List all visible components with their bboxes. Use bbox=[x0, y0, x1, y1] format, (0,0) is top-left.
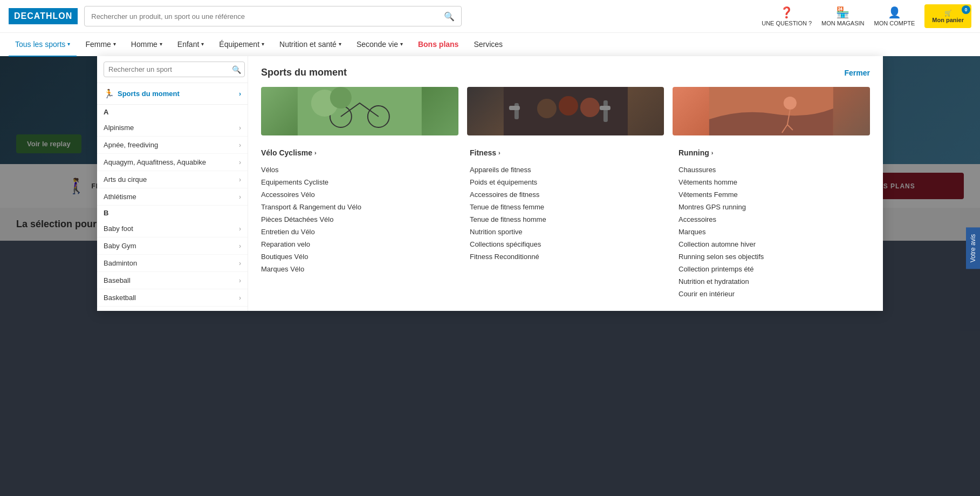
magasin-action[interactable]: 🏪 MON MAGASIN bbox=[821, 6, 864, 26]
question-label: UNE QUESTION ? bbox=[762, 20, 812, 26]
nav-item-equipement[interactable]: Équipement ▾ bbox=[213, 33, 271, 57]
category-link-vetements-homme[interactable]: Vêtements homme bbox=[679, 176, 870, 188]
nav-item-enfant[interactable]: Enfant ▾ bbox=[171, 33, 210, 57]
category-link-appareils-fitness[interactable]: Appareils de fitness bbox=[470, 164, 661, 176]
category-link-collection-printemps[interactable]: Collection printemps été bbox=[679, 263, 870, 275]
list-item-apnee[interactable]: Apnée, freediving › bbox=[97, 137, 248, 154]
cart-badge: 0 bbox=[962, 5, 970, 14]
category-link-montres-gps[interactable]: Montres GPS running bbox=[679, 201, 870, 213]
category-col-velo: Vélo Cyclisme › Vélos Equipements Cyclis… bbox=[261, 148, 453, 300]
category-link-running-objectifs[interactable]: Running selon ses objectifs bbox=[679, 250, 870, 263]
nav-label-tous-sports: Tous les sports bbox=[15, 40, 65, 49]
question-action[interactable]: ❓ UNE QUESTION ? bbox=[762, 6, 812, 26]
category-link-pieces-detachees[interactable]: Pièces Détachées Vélo bbox=[261, 213, 453, 226]
category-link-collection-automne[interactable]: Collection automne hiver bbox=[679, 238, 870, 250]
category-link-transport-rangement[interactable]: Transport & Rangement du Vélo bbox=[261, 201, 453, 213]
fermer-button[interactable]: Fermer bbox=[845, 69, 870, 77]
chevron-right-icon: › bbox=[239, 141, 241, 149]
category-link-fitness-reconditionne[interactable]: Fitness Reconditionné bbox=[470, 250, 661, 263]
list-item-athletisme[interactable]: Athlétisme › bbox=[97, 188, 248, 206]
chevron-right-icon: › bbox=[239, 193, 241, 201]
panel-header: Sports du moment Fermer bbox=[261, 67, 870, 78]
nav-item-homme[interactable]: Homme ▾ bbox=[125, 33, 169, 57]
sport-search-input[interactable] bbox=[104, 62, 245, 77]
list-item-alpinisme[interactable]: Alpinisme › bbox=[97, 119, 248, 137]
category-link-nutrition-sportive[interactable]: Nutrition sportive bbox=[470, 226, 661, 238]
list-item-arts-cirque[interactable]: Arts du cirque › bbox=[97, 171, 248, 188]
image-card-running[interactable] bbox=[673, 87, 870, 135]
cart-button[interactable]: 0 🛒 Mon panier bbox=[924, 4, 971, 28]
list-item-basketball[interactable]: Basketball › bbox=[97, 289, 248, 307]
category-link-velos[interactable]: Vélos bbox=[261, 164, 453, 176]
category-title-velo[interactable]: Vélo Cyclisme › bbox=[261, 148, 453, 157]
votre-avis-tab[interactable]: Votre avis bbox=[966, 227, 980, 269]
chevron-down-icon: ▾ bbox=[339, 41, 341, 47]
category-link-accessoires-velo[interactable]: Accessoires Vélo bbox=[261, 188, 453, 201]
list-item-baby-gym[interactable]: Baby Gym › bbox=[97, 237, 248, 255]
chevron-right-icon: › bbox=[239, 260, 241, 267]
category-link-marques-running[interactable]: Marques bbox=[679, 226, 870, 238]
category-link-reparation-velo[interactable]: Reparation velo bbox=[261, 238, 453, 250]
sports-du-moment-row[interactable]: 🏃 Sports du moment › bbox=[97, 83, 248, 105]
category-col-running: Running › Chaussures Vêtements homme Vêt… bbox=[679, 148, 870, 300]
category-link-equipements-cycliste[interactable]: Equipements Cycliste bbox=[261, 176, 453, 188]
category-link-vetements-femme[interactable]: Vêtements Femme bbox=[679, 188, 870, 201]
sport-search-icon: 🔍 bbox=[232, 65, 241, 74]
categories-grid: Vélo Cyclisme › Vélos Equipements Cyclis… bbox=[261, 148, 870, 300]
nav-item-femme[interactable]: Femme ▾ bbox=[79, 33, 122, 57]
nav-item-tous-sports[interactable]: Tous les sports ▾ bbox=[9, 33, 77, 57]
panel-title: Sports du moment bbox=[261, 67, 347, 78]
nav-label-seconde-vie: Seconde vie bbox=[357, 40, 398, 49]
chevron-down-icon: ▾ bbox=[201, 41, 204, 47]
cart-label: Mon panier bbox=[932, 17, 964, 23]
category-link-entretien-velo[interactable]: Entretien du Vélo bbox=[261, 226, 453, 238]
nav-item-services[interactable]: Services bbox=[467, 33, 509, 57]
nav-label-services: Services bbox=[474, 40, 503, 49]
list-item-baby-foot[interactable]: Baby foot › bbox=[97, 220, 248, 237]
image-card-fitness[interactable] bbox=[467, 87, 664, 135]
nav-label-enfant: Enfant bbox=[177, 40, 199, 49]
compte-icon: 👤 bbox=[888, 6, 901, 19]
chevron-right-icon: › bbox=[314, 150, 317, 156]
nav-bar: Tous les sports ▾ Femme ▾ Homme ▾ Enfant… bbox=[0, 32, 980, 56]
chevron-right-icon: › bbox=[239, 124, 241, 132]
sports-moment-icon: 🏃 bbox=[104, 89, 114, 99]
category-link-chaussures[interactable]: Chaussures bbox=[679, 164, 870, 176]
search-input[interactable] bbox=[91, 12, 444, 21]
category-title-running[interactable]: Running › bbox=[679, 148, 870, 157]
magasin-label: MON MAGASIN bbox=[821, 20, 864, 26]
list-item-badminton[interactable]: Badminton › bbox=[97, 255, 248, 272]
category-link-nutrition-hydratation[interactable]: Nutrition et hydratation bbox=[679, 275, 870, 288]
nav-label-nutrition: Nutrition et santé bbox=[279, 40, 337, 49]
category-link-accessoires-fitness[interactable]: Accessoires de fitness bbox=[470, 188, 661, 201]
svg-point-9 bbox=[559, 96, 578, 115]
category-link-boutiques-velo[interactable]: Boutiques Vélo bbox=[261, 250, 453, 263]
list-item-aquagym[interactable]: Aquagym, Aquafitness, Aquabike › bbox=[97, 154, 248, 171]
category-link-accessoires-running[interactable]: Accessoires bbox=[679, 213, 870, 226]
nav-item-seconde-vie[interactable]: Seconde vie ▾ bbox=[350, 33, 409, 57]
category-link-collections-specifiques[interactable]: Collections spécifiques bbox=[470, 238, 661, 250]
nav-item-bons-plans[interactable]: Bons plans bbox=[412, 33, 465, 57]
image-card-cycling[interactable] bbox=[261, 87, 458, 135]
category-title-fitness[interactable]: Fitness › bbox=[470, 148, 661, 157]
category-link-marques-velo[interactable]: Marques Vélo bbox=[261, 263, 453, 275]
sport-search-container: 🔍 bbox=[97, 56, 248, 83]
votre-avis-label: Votre avis bbox=[969, 234, 977, 262]
search-button[interactable]: 🔍 bbox=[444, 11, 455, 22]
svg-rect-7 bbox=[509, 106, 520, 110]
category-link-tenue-homme[interactable]: Tenue de fitness homme bbox=[470, 213, 661, 226]
chevron-right-icon: › bbox=[239, 176, 241, 184]
chevron-right-icon: › bbox=[239, 242, 241, 250]
compte-label: MON COMPTE bbox=[874, 20, 915, 26]
svg-point-8 bbox=[537, 99, 557, 118]
list-item-baseball[interactable]: Baseball › bbox=[97, 272, 248, 289]
category-link-courir-interieur[interactable]: Courir en intérieur bbox=[679, 288, 870, 300]
nav-item-nutrition[interactable]: Nutrition et santé ▾ bbox=[273, 33, 348, 57]
sidebar-panel: 🔍 🏃 Sports du moment › A Alpinisme › Apn… bbox=[97, 56, 248, 311]
sports-du-moment-label: Sports du moment bbox=[118, 90, 180, 98]
category-link-poids-equipements[interactable]: Poids et équipements bbox=[470, 176, 661, 188]
logo[interactable]: DECATHLON bbox=[9, 8, 78, 24]
category-link-tenue-femme[interactable]: Tenue de fitness femme bbox=[470, 201, 661, 213]
compte-action[interactable]: 👤 MON COMPTE bbox=[874, 6, 915, 26]
nav-label-bons-plans: Bons plans bbox=[418, 40, 458, 49]
